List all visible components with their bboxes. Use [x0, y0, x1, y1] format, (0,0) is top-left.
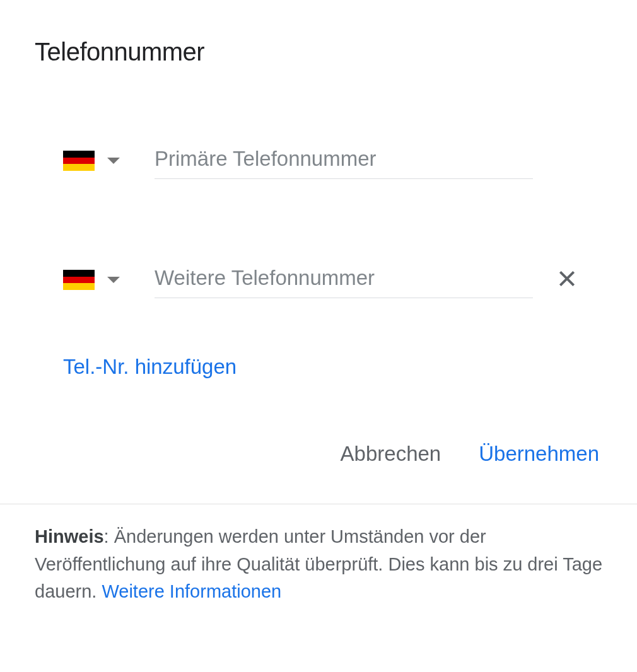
chevron-down-icon [107, 158, 120, 164]
secondary-input-wrapper [155, 261, 533, 298]
action-bar: Abbrechen Übernehmen [35, 442, 605, 466]
primary-phone-input[interactable] [155, 142, 533, 179]
page-title: Telefonnummer [35, 38, 605, 66]
apply-button[interactable]: Übernehmen [479, 442, 599, 466]
secondary-phone-input[interactable] [155, 261, 533, 298]
cancel-button[interactable]: Abbrechen [341, 442, 441, 466]
secondary-country-selector[interactable] [63, 270, 120, 290]
remove-secondary-button[interactable] [552, 264, 582, 296]
close-icon [557, 269, 577, 289]
primary-country-selector[interactable] [63, 151, 120, 171]
more-info-link[interactable]: Weitere Informationen [102, 581, 281, 601]
add-phone-link[interactable]: Tel.-Nr. hinzufügen [35, 355, 237, 379]
primary-phone-row [35, 142, 605, 179]
germany-flag-icon [63, 270, 95, 290]
germany-flag-icon [63, 151, 95, 171]
primary-input-wrapper [155, 142, 533, 179]
chevron-down-icon [107, 277, 120, 283]
secondary-phone-row [35, 261, 605, 298]
note-label: Hinweis [35, 526, 104, 547]
note-section: Hinweis: Änderungen werden unter Umständ… [0, 504, 637, 606]
